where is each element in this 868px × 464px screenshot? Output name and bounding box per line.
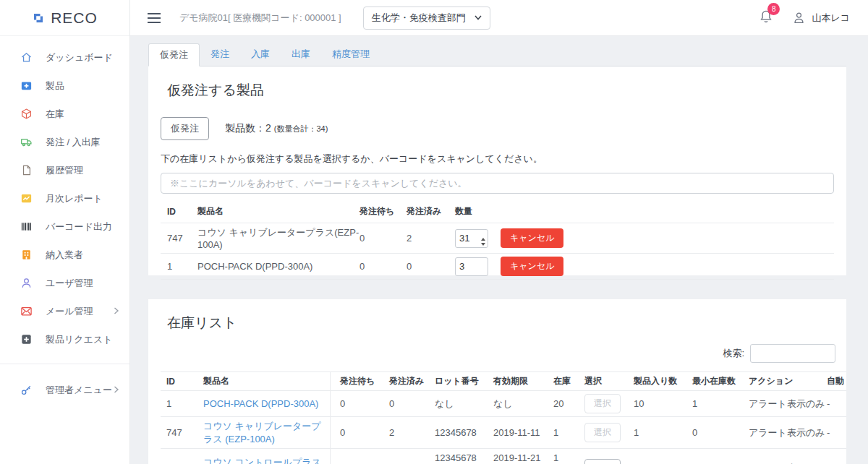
tab-order[interactable]: 発注 bbox=[200, 43, 240, 66]
sidebar-item-product-request[interactable]: 製品リクエスト bbox=[0, 325, 129, 353]
provisional-order-button[interactable]: 仮発注 bbox=[161, 117, 209, 140]
sidebar-item-label: 納入業者 bbox=[46, 249, 83, 262]
col-header-auto: 自動 bbox=[827, 372, 846, 390]
notification-badge: 8 bbox=[767, 3, 780, 15]
cancel-button[interactable]: キャンセル bbox=[501, 228, 563, 248]
product-link[interactable]: コウソ キャリブレータープラス (EZP-100A) bbox=[203, 420, 324, 445]
hamburger-menu-icon[interactable] bbox=[145, 10, 163, 26]
select-button: 選択 bbox=[584, 394, 621, 413]
page-title: 仮発注する製品 bbox=[167, 81, 834, 100]
mail-icon bbox=[20, 305, 33, 317]
cell-ordered: 2 bbox=[389, 417, 435, 448]
sidebar-item-history[interactable]: 履歴管理 bbox=[0, 156, 129, 184]
cell-pack-size: 1 bbox=[634, 417, 692, 448]
department-select[interactable]: 生化学・免疫検査部門 bbox=[363, 7, 490, 30]
barcode-icon bbox=[20, 220, 33, 233]
main-content: 仮発注 発注 入庫 出庫 精度管理 仮発注する製品 仮発注 製品数：2 (数量合… bbox=[130, 36, 868, 464]
cell-action: アラート表示のみ bbox=[749, 449, 827, 464]
product-link[interactable]: POCH-PACK D(PPD-300A) bbox=[203, 398, 318, 411]
col-header-ordered: 発注済み bbox=[389, 372, 435, 390]
sidebar-item-user-management[interactable]: ユーザ管理 bbox=[0, 269, 129, 297]
cell-ordered: 0 bbox=[389, 391, 435, 416]
tab-shipping[interactable]: 出庫 bbox=[281, 43, 321, 66]
notification-bell[interactable]: 8 bbox=[759, 9, 773, 27]
header-right: 8 山本レコ bbox=[759, 9, 850, 27]
tab-receiving[interactable]: 入庫 bbox=[240, 43, 281, 66]
cell-waiting: 0 bbox=[359, 233, 407, 244]
select-button[interactable]: 選択 bbox=[584, 459, 621, 464]
chevron-down-icon bbox=[475, 15, 482, 20]
table-row: 747 コウソ キャリブレータープラス(EZP-100A) 0 2 キャンセル bbox=[161, 223, 834, 254]
search-input[interactable] bbox=[750, 344, 835, 363]
sidebar-item-label: ユーザ管理 bbox=[46, 277, 93, 290]
instruction-text: 下の在庫リストから仮発注する製品を選択するか、バーコードをスキャンしてください。 bbox=[161, 152, 834, 166]
table-row: 747 コウソ キャリブレータープラス (EZP-100A) 0 2 12345… bbox=[161, 417, 846, 449]
select-button: 選択 bbox=[584, 423, 621, 442]
product-count-label: 製品数：2 bbox=[225, 122, 271, 135]
cell-waiting: 0 bbox=[331, 417, 389, 448]
cell-expiry: なし bbox=[493, 398, 553, 411]
search-label: 検索: bbox=[723, 347, 744, 360]
quantity-input[interactable] bbox=[455, 257, 488, 276]
provisional-order-panel: 仮発注する製品 仮発注 製品数：2 (数量合計：34) 下の在庫リストから仮発注… bbox=[148, 66, 846, 275]
cell-ordered: 0 bbox=[407, 261, 455, 272]
col-header-name: 製品名 bbox=[203, 372, 331, 390]
sidebar-item-dashboard[interactable]: ダッシュボード bbox=[0, 43, 129, 72]
supplier-building-icon bbox=[20, 249, 33, 261]
tab-provisional-order[interactable]: 仮発注 bbox=[148, 43, 200, 66]
sidebar-item-products[interactable]: 製品 bbox=[0, 72, 129, 100]
sidebar-item-monthly-report[interactable]: 月次レポート bbox=[0, 184, 129, 212]
app-window: RECO ダッシュボード 製品 在庫 bbox=[0, 0, 868, 464]
cell-id: 748 bbox=[161, 449, 203, 464]
sidebar-item-label: 月次レポート bbox=[46, 192, 103, 205]
sidebar-item-label: 発注 / 入出庫 bbox=[46, 136, 101, 149]
cell-lot: 12345678 bbox=[435, 427, 493, 438]
report-chart-icon bbox=[20, 192, 33, 205]
barcode-scan-input[interactable] bbox=[161, 173, 834, 194]
sidebar-item-barcode-output[interactable]: バーコード出力 bbox=[0, 212, 129, 241]
sidebar-item-label: 製品 bbox=[46, 80, 64, 93]
sidebar-item-admin-menu[interactable]: 管理者メニュー bbox=[0, 376, 129, 404]
lot-group: 12345678 2019-11-21 1 なし なし 1 bbox=[435, 449, 584, 464]
table-row: 748 コウソ コントロールプラス1·2(EZC-100A) 0 1 12345… bbox=[161, 449, 846, 464]
cell-waiting: 0 bbox=[331, 391, 389, 416]
cell-product-name: POCH-PACK D(PPD-300A) bbox=[197, 261, 359, 272]
sidebar-item-label: 在庫 bbox=[46, 108, 64, 121]
home-icon bbox=[20, 51, 33, 64]
cancel-button[interactable]: キャンセル bbox=[501, 257, 563, 276]
lot-group: なし なし 20 bbox=[435, 391, 584, 416]
lot-group: 12345678 2019-11-11 1 bbox=[435, 417, 584, 448]
cell-action: アラート表示のみ bbox=[749, 391, 827, 416]
cell-id: 1 bbox=[161, 391, 203, 416]
sidebar: RECO ダッシュボード 製品 在庫 bbox=[0, 0, 130, 464]
sidebar-item-mail-management[interactable]: メール管理 bbox=[0, 297, 129, 325]
logo[interactable]: RECO bbox=[0, 0, 129, 36]
product-link[interactable]: コウソ コントロールプラス1·2(EZC-100A) bbox=[203, 456, 324, 464]
col-header-name: 製品名 bbox=[197, 205, 359, 218]
sidebar-item-inventory[interactable]: 在庫 bbox=[0, 100, 129, 128]
tab-bar: 仮発注 発注 入庫 出庫 精度管理 bbox=[148, 43, 846, 66]
sidebar-item-suppliers[interactable]: 納入業者 bbox=[0, 241, 129, 269]
admin-key-icon bbox=[20, 384, 33, 396]
sidebar-item-orders[interactable]: 発注 / 入出庫 bbox=[0, 128, 129, 156]
product-request-icon bbox=[20, 333, 33, 345]
table-row: 1 POCH-PACK D(PPD-300A) 0 0 なし なし 20 選択 bbox=[161, 391, 846, 417]
cell-stock: 1 bbox=[553, 452, 584, 463]
sidebar-item-label: 履歴管理 bbox=[46, 164, 83, 177]
quantity-stepper bbox=[455, 261, 488, 272]
cell-expiry: 2019-11-11 bbox=[493, 427, 553, 438]
cell-min-stock: 0 bbox=[692, 449, 749, 464]
chevron-right-icon bbox=[114, 306, 119, 317]
search-row: 検索: bbox=[161, 344, 835, 363]
sidebar-divider bbox=[0, 364, 129, 364]
tab-quality-control[interactable]: 精度管理 bbox=[321, 43, 380, 66]
user-icon bbox=[20, 277, 33, 289]
cell-min-stock: 0 bbox=[692, 417, 749, 448]
cell-id: 747 bbox=[161, 417, 203, 448]
cell-id: 1 bbox=[161, 261, 197, 272]
user-menu[interactable]: 山本レコ bbox=[792, 11, 850, 25]
col-header-lot: ロット番号 bbox=[435, 372, 493, 390]
col-header-waiting: 発注待ち bbox=[359, 205, 407, 218]
quantity-stepper bbox=[455, 233, 488, 244]
spinner-arrows-icon[interactable] bbox=[481, 238, 485, 246]
